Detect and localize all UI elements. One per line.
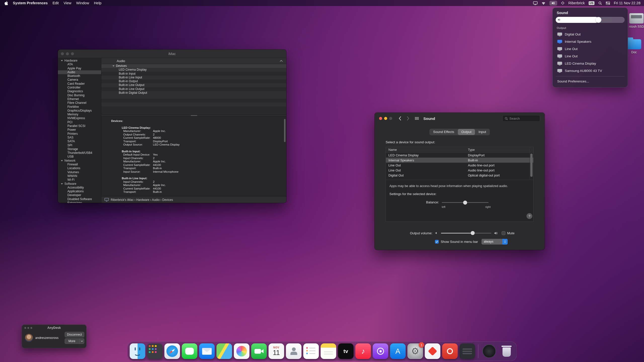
minimize-button[interactable] [384,117,387,120]
chevron-down-icon[interactable] [79,339,84,344]
app-store-dock-icon[interactable]: A [390,343,406,359]
sidebar-item[interactable]: Accessibility [58,186,101,190]
sidebar-item[interactable]: Firewall [58,163,101,166]
volume-menu-icon[interactable] [549,1,557,6]
column-name[interactable]: Name [386,148,468,152]
sidebar-item[interactable]: USB [58,155,101,159]
show-all-grid-icon[interactable] [415,117,419,120]
sidebar-item[interactable]: Extensions [58,201,101,203]
spotlight-search-icon[interactable] [598,1,602,5]
red-app-dock-icon[interactable] [442,343,458,359]
contacts-dock-icon[interactable] [286,343,302,359]
device-table-row[interactable]: Digital Out Optical digital-out port [386,173,533,178]
music-dock-icon[interactable]: ♪ [355,343,371,359]
device-row[interactable]: Built-in Line Input [101,76,286,79]
device-table-row[interactable]: Line Out Audio line-out port [386,163,533,168]
sidebar-item[interactable]: Card Reader [58,82,101,86]
device-row[interactable]: Built-in Digital Output [101,91,286,95]
menu-item[interactable]: View [64,1,71,5]
control-center-icon[interactable] [606,2,610,5]
input-source-badge[interactable]: US [589,1,594,5]
zoom-button[interactable] [389,117,392,120]
sidebar-item[interactable]: Disc Burning [58,94,101,97]
sidebar-item[interactable]: SPI [58,144,101,147]
output-device-menu-item[interactable]: Line Out [556,45,625,53]
sidebar-item[interactable]: Locations [58,166,101,170]
show-sound-in-menu-bar-checkbox[interactable] [435,240,439,244]
close-button[interactable] [379,117,382,120]
sidebar-item[interactable]: Fibre Channel [58,101,101,105]
sidebar-item[interactable]: Camera [58,78,101,82]
anydesk-menubar-icon[interactable] [561,1,565,5]
finder-dock-icon[interactable] [130,343,145,359]
window-titlebar[interactable]: iMac [58,50,286,58]
search-field[interactable]: Search [502,115,540,122]
disclosure-triangle-icon[interactable] [61,183,63,185]
sidebar-item[interactable]: Graphics/Displays [58,109,101,113]
sidebar-item[interactable]: Audio [58,70,101,74]
sidebar-item[interactable]: Thunderbolt/USB4 [58,151,101,155]
output-device-menu-item[interactable]: LED Cinema Display [556,60,625,67]
menu-item[interactable]: Edit [53,1,59,5]
reminders-dock-icon[interactable] [303,343,319,359]
menu-bar-frequency-dropdown[interactable]: always [481,239,508,245]
back-button[interactable] [399,116,401,120]
apple-menu-icon[interactable] [5,1,8,5]
apple-tv-dock-icon[interactable]: tv [338,343,354,359]
volume-slider-thumb[interactable] [471,231,475,235]
sidebar-item[interactable]: Controller [58,86,101,89]
volume-slider-thumb[interactable] [595,17,601,23]
system-preferences-dock-icon[interactable]: ⚙ 1 [408,343,423,359]
sidebar-item[interactable]: Developer [58,193,101,197]
menu-bar-clock[interactable]: Fri 11 Nov 22.28 [614,1,640,5]
sidebar-item[interactable]: WWAN [58,174,101,178]
sidebar-item[interactable]: Applications [58,190,101,193]
menu-item[interactable]: Help [94,1,101,5]
device-table-row[interactable]: Line Out Audio line-out port [386,168,533,173]
output-volume-slider[interactable] [441,233,491,234]
window-control-dots[interactable] [24,327,32,329]
output-device-menu-item[interactable]: Line Out [556,53,625,60]
facetime-dock-icon[interactable] [251,343,267,359]
sidebar-section-hardware[interactable]: Hardware [58,59,101,63]
devices-group-row[interactable]: Devices [101,64,286,68]
help-button[interactable]: ? [527,213,532,219]
more-button[interactable]: More [65,338,84,344]
device-row[interactable]: Built-in Output [101,79,286,83]
tab-input[interactable]: Input [475,129,490,135]
forward-button[interactable] [407,116,409,120]
sidebar-item[interactable]: SAS [58,136,101,140]
sidebar-item[interactable]: Power [58,128,101,132]
sidebar-item[interactable]: Ethernet [58,97,101,101]
sidebar-section-software[interactable]: Software [58,182,101,186]
menu-item[interactable]: Window [76,1,89,5]
desktop-icon-macintosh-ssd[interactable]: ntosh SSD [627,13,644,28]
tab-output[interactable]: Output [458,129,475,135]
column-type[interactable]: Type [468,148,533,152]
sidebar-item[interactable]: NVMExpress [58,116,101,120]
device-row[interactable]: LED Cinema Display [101,68,286,72]
mute-checkbox[interactable] [502,231,505,235]
sidebar-item[interactable]: Apple Pay [58,67,101,70]
sidebar-item[interactable]: Printers [58,132,101,136]
sidebar-item[interactable]: Parallel SCSI [58,124,101,128]
output-device-menu-item[interactable]: Internal Speakers [556,38,625,45]
dark-utility-app-dock-icon[interactable] [460,343,475,359]
window-titlebar[interactable]: Sound Search [375,113,545,124]
sidebar-item[interactable]: Volumes [58,170,101,174]
device-row[interactable]: Built-in Input [101,72,286,76]
disclosure-triangle-icon[interactable] [61,160,63,161]
podcasts-dock-icon[interactable] [373,343,388,359]
safari-dock-icon[interactable] [165,343,180,359]
disclosure-triangle-icon[interactable] [61,60,63,61]
device-row[interactable]: Built-in Line Output [101,83,286,87]
sidebar-item[interactable]: Storage [58,147,101,151]
sidebar-item[interactable]: FireWire [58,105,101,109]
round-dark-app-dock-icon[interactable] [481,343,497,359]
sound-preferences-link[interactable]: Sound Preferences... [556,78,625,84]
wifi-icon[interactable] [541,2,546,5]
fast-user-switch-name[interactable]: Riberbrick [568,1,585,5]
calendar-dock-icon[interactable]: NOV 11 [269,343,284,359]
device-table-row[interactable]: Internal Speakers Built-in [386,158,533,163]
screen-mirroring-icon[interactable] [533,1,538,5]
